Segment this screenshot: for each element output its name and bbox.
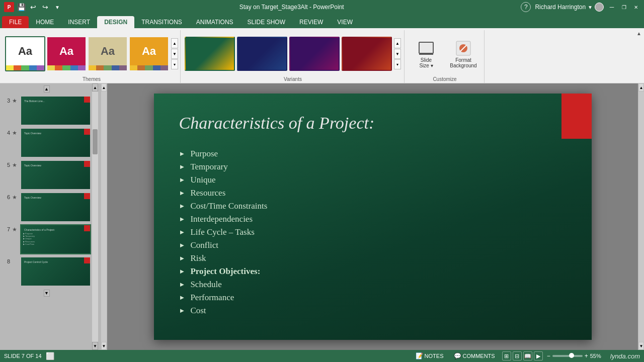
slide-panel-scrollbar[interactable]: ▲ ▼ (92, 83, 98, 350)
bullet-unique[interactable]: ► Unique (179, 175, 268, 185)
bullet-schedule[interactable]: ► Schedule (179, 280, 268, 290)
slide-thumb-7[interactable]: 7 ★ Characteristics of a Project: ▶ Purp… (2, 224, 91, 254)
tab-insert[interactable]: INSERT (61, 16, 97, 28)
variant-swatch-4[interactable] (342, 37, 392, 71)
variant-swatch-2[interactable] (237, 37, 287, 71)
themes-label: Themes (83, 76, 101, 83)
restore-button[interactable]: ❐ (620, 3, 628, 11)
variant-scroll-more[interactable]: ▾ (394, 59, 401, 69)
theme-scroll-more[interactable]: ▾ (171, 59, 178, 69)
variant-swatch-3[interactable] (289, 37, 340, 71)
bullet-cost-time[interactable]: ► Cost/Time Constraints (179, 201, 268, 211)
theme-swatch-2[interactable]: Aa (46, 36, 87, 71)
bullet-purpose[interactable]: ► Purpose (179, 149, 268, 159)
bullet-arrow-icon: ► (179, 241, 186, 249)
variant-scroll-buttons[interactable]: ▲ ▼ ▾ (394, 38, 401, 69)
slide-view-icon[interactable]: ⬜ (46, 352, 54, 360)
bullet-cost[interactable]: ► Cost (179, 306, 268, 316)
comments-label: COMMENTS (463, 353, 495, 359)
bullet-conflict[interactable]: ► Conflict (179, 240, 268, 250)
slide-panel-scroll-down[interactable]: ▼ (44, 290, 50, 297)
save-qa-icon[interactable]: 💾 (16, 2, 26, 12)
bullet-interdependencies[interactable]: ► Interdependencies (179, 214, 268, 224)
tab-review[interactable]: REVIEW (292, 16, 330, 28)
bullet-arrow-icon: ► (179, 150, 186, 158)
slide-thumb-6[interactable]: 6 ★ Topic Overview (2, 192, 91, 222)
zoom-out-icon[interactable]: − (547, 352, 550, 359)
canvas-scrollbar-right[interactable]: ▲ ▼ (638, 83, 644, 350)
zoom-value: 55% (590, 353, 601, 359)
theme-scroll-up[interactable]: ▲ (171, 38, 178, 48)
slide-thumb-4[interactable]: 4 ★ Topic Overview (2, 128, 91, 158)
tab-design[interactable]: DESIGN (97, 16, 134, 28)
variant-scroll-up[interactable]: ▲ (394, 38, 401, 48)
bullet-arrow-icon: ► (179, 215, 186, 223)
variant-swatch-1[interactable] (185, 37, 235, 71)
user-label[interactable]: Richard Harrington ▼ (535, 3, 604, 12)
canvas-scroll-up[interactable]: ▲ (101, 83, 107, 92)
bullet-performance[interactable]: ► Performance (179, 293, 268, 303)
help-button[interactable]: ? (521, 2, 531, 12)
slide-sorter-icon[interactable]: ⊟ (513, 351, 522, 360)
zoom-slider[interactable] (552, 355, 583, 357)
comments-icon: 💬 (454, 352, 461, 359)
format-background-button[interactable]: FormatBackground (446, 37, 481, 70)
canvas-scroll-down[interactable]: ▼ (101, 342, 107, 350)
theme-scroll-buttons[interactable]: ▲ ▼ ▾ (171, 38, 178, 69)
customize-group: SlideSize ▾ FormatBackground Customize (406, 30, 485, 83)
tab-slideshow[interactable]: SLIDE SHOW (240, 16, 292, 28)
tab-transitions[interactable]: TRANSITIONS (134, 16, 189, 28)
customize-buttons: SlideSize ▾ FormatBackground (409, 31, 481, 76)
ribbon-collapse-button[interactable]: ▲ (635, 29, 643, 37)
bullet-text: Cost/Time Constraints (190, 201, 267, 211)
slide-thumb-5[interactable]: 5 ★ Topic Overview (2, 160, 91, 190)
slideshow-view-icon[interactable]: ▶ (534, 351, 543, 360)
bullet-arrow-icon: ► (179, 294, 186, 302)
tab-home[interactable]: HOME (29, 16, 61, 28)
slide-panel-scroll-up[interactable]: ▲ (44, 85, 50, 93)
tab-view[interactable]: VIEW (330, 16, 360, 28)
canvas-scroll-right-down[interactable]: ▼ (638, 342, 644, 350)
tab-file[interactable]: FILE (2, 16, 29, 28)
status-bar: SLIDE 7 OF 14 ⬜ 📝 NOTES 💬 COMMENTS ⊞ ⊟ 📖… (0, 350, 644, 362)
bullet-project-objectives[interactable]: ► Project Objectives: (179, 266, 268, 277)
slide-scroll-up-arrow[interactable]: ▲ (92, 83, 98, 92)
undo-qa-icon[interactable]: ↩ (28, 2, 38, 12)
zoom-thumb[interactable] (569, 353, 574, 358)
canvas-scroll-right-up[interactable]: ▲ (638, 83, 644, 92)
themes-group: Aa Aa (2, 30, 181, 83)
themes-items: Aa Aa (5, 31, 178, 76)
tab-animations[interactable]: ANIMATIONS (189, 16, 240, 28)
bullet-resources[interactable]: ► Resources (179, 188, 268, 198)
theme-swatch-office[interactable]: Aa (5, 36, 45, 71)
close-button[interactable]: ✕ (632, 3, 640, 11)
slide-thumb-8[interactable]: 8 ★ Project Control Cycle (2, 256, 91, 287)
reading-view-icon[interactable]: 📖 (523, 351, 532, 360)
bullet-risk[interactable]: ► Risk (179, 253, 268, 263)
zoom-in-icon[interactable]: + (585, 352, 588, 359)
bullet-arrow-icon: ► (179, 202, 186, 210)
theme-scroll-down[interactable]: ▼ (171, 49, 178, 59)
theme-swatch-3[interactable]: Aa (88, 36, 128, 71)
bullet-lifecycle[interactable]: ► Life Cycle – Tasks (179, 227, 268, 237)
format-background-icon (454, 39, 472, 57)
minimize-button[interactable]: ─ (608, 3, 616, 11)
slide-size-button[interactable]: SlideSize ▾ (409, 37, 444, 70)
qa-dropdown-icon[interactable]: ▼ (52, 2, 62, 12)
slide-decoration-red (561, 94, 592, 139)
notes-button[interactable]: 📝 NOTES (413, 351, 447, 360)
bullet-temporary[interactable]: ► Temporary (179, 162, 268, 172)
slide-thumb-3[interactable]: 3 ★ The Bottom Line... (2, 96, 91, 126)
canvas-scrollbar-left[interactable]: ▲ ▼ (101, 83, 107, 350)
theme-swatch-4[interactable]: Aa (129, 36, 169, 71)
slide-title[interactable]: Characteristics of a Project: (179, 114, 375, 133)
comments-button[interactable]: 💬 COMMENTS (451, 351, 498, 360)
normal-view-icon[interactable]: ⊞ (502, 351, 511, 360)
slide-scroll-down-arrow[interactable]: ▼ (92, 342, 98, 350)
slide-canvas[interactable]: Characteristics of a Project: ► Purpose … (154, 94, 592, 340)
bullet-text: Conflict (190, 240, 218, 250)
bullet-arrow-icon: ► (179, 254, 186, 262)
variant-scroll-down[interactable]: ▼ (394, 49, 401, 59)
variants-label: Variants (284, 76, 302, 83)
redo-qa-icon[interactable]: ↪ (40, 2, 50, 12)
